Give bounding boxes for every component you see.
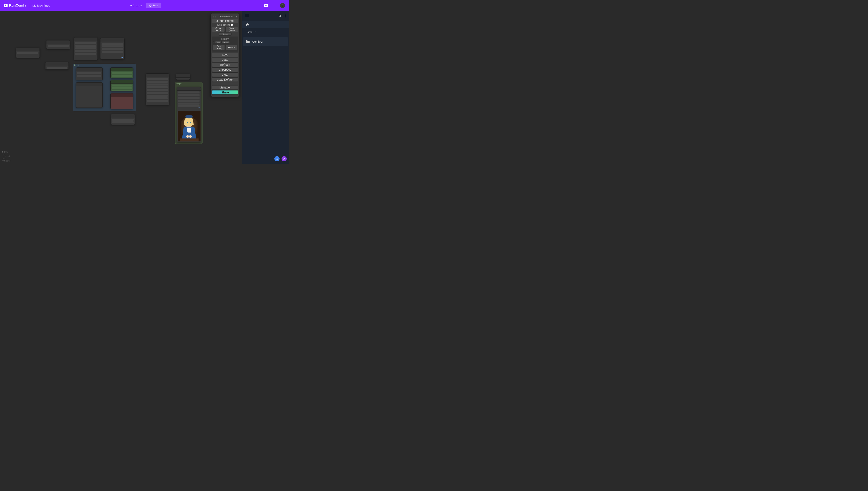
svg-point-5	[186, 135, 189, 138]
history-section: History 0: Load Delete Clear History Ref…	[212, 36, 238, 52]
queue-size-label: Queue size: 0	[219, 15, 233, 18]
node-canvas[interactable]: Input Output	[0, 11, 242, 164]
gear-icon[interactable]	[235, 16, 238, 18]
svg-rect-7	[180, 139, 198, 141]
save-button[interactable]: Save	[212, 53, 238, 57]
refresh-history-button[interactable]: Refresh	[225, 45, 237, 50]
home-row[interactable]	[242, 21, 289, 28]
avatar[interactable]: J	[280, 3, 285, 8]
history-index: 0:	[213, 41, 215, 44]
change-label: Change	[133, 4, 142, 7]
history-title: History	[213, 37, 237, 40]
graph-node[interactable]	[100, 38, 125, 59]
stat-fps: FPS:56.82	[2, 160, 10, 162]
history-load-button[interactable]: Load	[215, 41, 222, 44]
clear-history-button[interactable]: Clear History	[213, 45, 225, 50]
logo-text: RunComfy	[9, 4, 26, 7]
fab-group	[274, 156, 287, 161]
stop-button[interactable]: Stop	[146, 3, 161, 8]
plus-icon: +	[131, 4, 132, 7]
history-item: 0: Load Delete	[213, 41, 237, 44]
file-name-label: ComfyUI	[252, 40, 263, 43]
fab-close-button[interactable]	[281, 156, 287, 161]
load-button[interactable]: Load	[212, 58, 238, 62]
graph-node[interactable]	[76, 67, 103, 80]
clipspace-button[interactable]: Clipspace	[212, 67, 238, 72]
home-icon[interactable]	[246, 23, 249, 26]
file-list: ComfyUI	[242, 36, 289, 164]
canvas-stats: T: 0.00s I: 0 N: 17 [17] V: 37 FPS:56.82	[2, 151, 10, 162]
clear-button[interactable]: Clear	[212, 73, 238, 77]
file-item-comfyui[interactable]: ComfyUI	[243, 37, 288, 46]
folder-icon	[246, 40, 250, 44]
control-panel[interactable]: ⋮⋮ Queue size: 0 Queue Prompt Extra opti…	[211, 13, 239, 96]
svg-point-4	[190, 122, 191, 123]
extra-options-checkbox[interactable]	[231, 24, 233, 26]
graph-node[interactable]	[45, 62, 69, 69]
svg-point-3	[187, 122, 188, 123]
svg-point-6	[189, 135, 192, 138]
stat-time: T: 0.00s	[2, 151, 10, 153]
stat-n: N: 17 [17]	[2, 155, 10, 157]
refresh-icon	[276, 157, 278, 160]
header-divider	[29, 4, 29, 7]
graph-node[interactable]	[46, 40, 70, 49]
discord-icon[interactable]	[264, 4, 268, 7]
my-machines-link[interactable]: My Machines	[32, 4, 50, 7]
header-right: J	[264, 3, 285, 8]
graph-node-positive[interactable]	[110, 67, 133, 78]
stop-label: Stop	[153, 4, 158, 7]
stop-icon	[150, 5, 152, 6]
app-header: R RunComfy My Machines + Change Stop J	[0, 0, 289, 11]
graph-node[interactable]	[16, 48, 40, 58]
extra-options-row: Extra options	[212, 24, 238, 26]
logo-group[interactable]: R RunComfy	[4, 4, 26, 7]
refresh-button[interactable]: Refresh	[212, 62, 238, 67]
name-column-header[interactable]: Name	[242, 28, 289, 36]
stat-v: V: 37	[2, 158, 10, 160]
queue-prompt-button[interactable]: Queue Prompt	[212, 19, 238, 23]
stat-i: I: 0	[2, 153, 10, 155]
panel-header: ⋮⋮ Queue size: 0	[212, 15, 238, 19]
sidebar-toolbar	[242, 11, 289, 21]
extra-options-label: Extra options	[217, 24, 230, 26]
graph-node[interactable]	[111, 114, 135, 125]
manager-button[interactable]: Manager	[212, 85, 238, 90]
graph-node-positive[interactable]	[110, 80, 133, 91]
history-delete-button[interactable]: Delete	[222, 41, 230, 44]
output-preview-image[interactable]	[178, 111, 200, 141]
more-icon[interactable]	[285, 15, 286, 17]
graph-edges	[0, 11, 59, 41]
drag-handle-icon[interactable]: ⋮⋮	[213, 16, 216, 18]
graph-node[interactable]	[176, 74, 190, 80]
search-icon[interactable]	[278, 14, 282, 18]
hamburger-icon[interactable]	[245, 15, 249, 17]
graph-node[interactable]	[74, 37, 98, 60]
fab-refresh-button[interactable]	[274, 156, 279, 161]
sort-asc-icon	[254, 31, 256, 33]
close-icon	[283, 157, 286, 160]
graph-node[interactable]	[76, 82, 103, 108]
group-input-label: Input	[74, 64, 79, 66]
graph-node-negative[interactable]	[110, 93, 133, 109]
svg-point-2	[185, 115, 193, 118]
file-sidebar: Name ComfyUI	[242, 11, 289, 164]
group-output-label: Output	[176, 83, 182, 85]
load-default-button[interactable]: Load Default	[212, 77, 238, 82]
header-center-controls: + Change Stop	[128, 3, 161, 8]
queue-front-button[interactable]: Queue Front	[212, 27, 225, 32]
share-button[interactable]: Share	[212, 90, 238, 95]
logo-badge: R	[4, 4, 7, 7]
name-header-label: Name	[246, 31, 252, 33]
panel-divider	[212, 84, 238, 84]
change-button[interactable]: + Change	[128, 3, 144, 8]
graph-node[interactable]	[146, 74, 169, 105]
view-queue-button[interactable]: View Queue	[225, 27, 238, 32]
graph-node-output[interactable]	[177, 87, 201, 142]
close-button[interactable]: Close	[219, 32, 232, 35]
